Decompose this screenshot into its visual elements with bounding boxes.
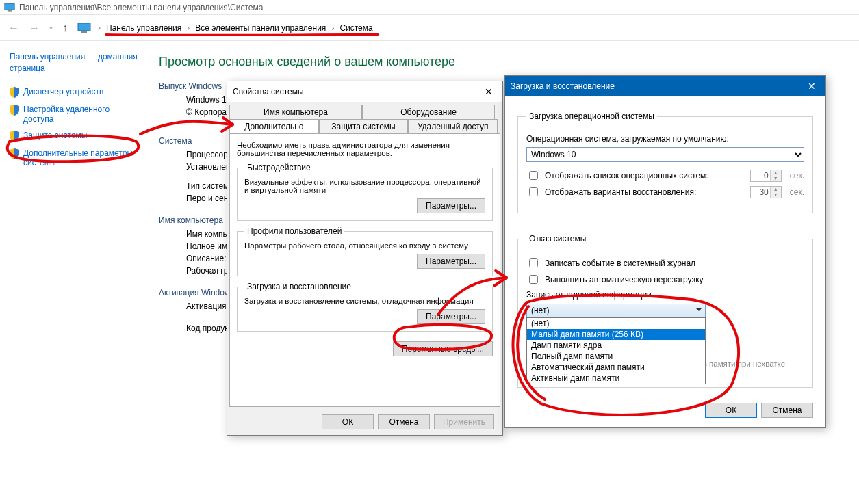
- tab-strip: Имя компьютера Оборудование Дополнительн…: [227, 102, 502, 133]
- spin-up-icon[interactable]: ▲: [770, 187, 781, 192]
- ok-button[interactable]: ОК: [322, 414, 374, 429]
- chevron-right-icon: ›: [331, 23, 334, 33]
- group-system-failure: Отказ системы Записать событие в системн…: [517, 234, 813, 388]
- page-title: Просмотр основных сведений о вашем компь…: [159, 55, 852, 69]
- group-desc: Параметры рабочего стола, относящиеся ко…: [244, 241, 485, 250]
- cancel-button[interactable]: Отмена: [761, 403, 813, 418]
- close-icon[interactable]: ✕: [480, 85, 497, 98]
- dump-option[interactable]: Полный дамп памяти: [527, 351, 705, 362]
- recovery-seconds-spinner[interactable]: ▲▼: [750, 186, 782, 198]
- performance-settings-button[interactable]: Параметры...: [417, 198, 485, 213]
- location-icon: [77, 23, 91, 34]
- spin-up-icon[interactable]: ▲: [770, 170, 781, 176]
- ok-button[interactable]: ОК: [705, 403, 757, 418]
- sidebar-item-device-manager[interactable]: Диспетчер устройств: [10, 87, 141, 98]
- sidebar-item-label: Настройка удаленного доступа: [23, 105, 141, 124]
- group-legend: Загрузка операционной системы: [526, 111, 657, 121]
- dump-option[interactable]: Активный дамп памяти: [527, 373, 705, 384]
- sidebar-home-link[interactable]: Панель управления — домашняя страница: [10, 51, 141, 75]
- shield-icon: [10, 87, 19, 98]
- group-performance: Быстродействие Визуальные эффекты, испол…: [237, 163, 493, 221]
- show-recovery-checkbox[interactable]: [529, 187, 538, 196]
- dialog-buttons: ОК Отмена Применить: [227, 409, 502, 435]
- write-event-checkbox[interactable]: [529, 258, 538, 267]
- dialog-titlebar[interactable]: Загрузка и восстановление ✕: [505, 76, 825, 96]
- sidebar-item-remote[interactable]: Настройка удаленного доступа: [10, 105, 141, 124]
- dump-option[interactable]: (нет): [527, 318, 705, 329]
- sidebar-item-advanced[interactable]: Дополнительные параметры системы: [10, 148, 141, 168]
- nav-up-icon[interactable]: ↑: [60, 21, 70, 36]
- sidebar-item-label: Защита системы: [23, 131, 87, 140]
- group-legend: Загрузка и восстановление: [244, 282, 354, 291]
- dump-type-options-list: (нет) Малый дамп памяти (256 КВ) Дамп па…: [526, 317, 706, 384]
- tab-system-protection[interactable]: Защита системы: [319, 119, 409, 133]
- dump-option[interactable]: Малый дамп памяти (256 КВ): [527, 329, 705, 340]
- shield-icon: [10, 105, 19, 116]
- seconds-unit: сек.: [790, 171, 804, 181]
- svg-rect-3: [81, 31, 87, 33]
- env-vars-button[interactable]: Переменные среды...: [393, 341, 493, 356]
- breadcrumb-seg-1[interactable]: Панель управления: [106, 23, 181, 33]
- tab-panel-advanced: Необходимо иметь права администратора дл…: [229, 133, 500, 407]
- dump-info-label: Запись отладочной информации: [526, 290, 804, 300]
- dump-type-dropdown[interactable]: (нет) (нет) Малый дамп памяти (256 КВ) Д…: [526, 304, 706, 317]
- sidebar-item-label: Диспетчер устройств: [23, 87, 103, 96]
- dialog-buttons: ОК Отмена: [517, 393, 813, 418]
- sidebar: Панель управления — домашняя страница Ди…: [0, 41, 151, 185]
- dump-option[interactable]: Дамп памяти ядра: [527, 340, 705, 351]
- spin-down-icon[interactable]: ▼: [770, 176, 781, 181]
- show-os-list-checkbox[interactable]: [529, 171, 538, 180]
- spin-down-icon[interactable]: ▼: [770, 192, 781, 198]
- close-icon[interactable]: ✕: [804, 79, 820, 93]
- group-legend: Быстродействие: [244, 163, 313, 172]
- dialog-startup-recovery: Загрузка и восстановление ✕ Загрузка опе…: [504, 75, 826, 428]
- tab-computer-name[interactable]: Имя компьютера: [229, 105, 362, 119]
- shield-icon: [10, 131, 19, 142]
- default-os-label: Операционная система, загружаемая по умо…: [526, 134, 729, 144]
- dialog-title: Загрузка и восстановление: [511, 81, 615, 91]
- group-startup-recovery: Загрузка и восстановление Загрузка и вос…: [237, 282, 493, 332]
- cancel-button[interactable]: Отмена: [378, 414, 430, 429]
- nav-row: ← → ▾ ↑ › Панель управления › Все элемен…: [0, 15, 859, 41]
- sidebar-item-label: Дополнительные параметры системы: [23, 148, 141, 168]
- apply-button[interactable]: Применить: [434, 414, 494, 429]
- sidebar-item-protection[interactable]: Защита системы: [10, 131, 141, 142]
- breadcrumb-seg-3[interactable]: Система: [339, 23, 372, 33]
- group-desc: Загрузка и восстановление системы, отлад…: [244, 297, 485, 305]
- dialog-titlebar[interactable]: Свойства системы ✕: [227, 81, 502, 102]
- svg-rect-1: [8, 10, 12, 12]
- group-legend: Профили пользователей: [244, 226, 344, 236]
- admin-note: Необходимо иметь права администратора дл…: [237, 141, 493, 157]
- tab-remote[interactable]: Удаленный доступ: [408, 119, 498, 133]
- nav-back-icon[interactable]: ←: [5, 21, 22, 36]
- recovery-seconds-value[interactable]: [751, 187, 770, 198]
- group-legend: Отказ системы: [526, 234, 589, 243]
- breadcrumb[interactable]: › Панель управления › Все элементы панел…: [77, 23, 373, 34]
- svg-rect-0: [5, 3, 14, 10]
- dump-option[interactable]: Автоматический дамп памяти: [527, 362, 705, 373]
- window-title: Панель управления\Все элементы панели уп…: [19, 3, 263, 12]
- breadcrumb-seg-2[interactable]: Все элементы панели управления: [195, 23, 326, 33]
- group-os-boot: Загрузка операционной системы Операционн…: [517, 111, 813, 213]
- dump-type-selected[interactable]: (нет): [526, 304, 706, 317]
- os-list-seconds-spinner[interactable]: ▲▼: [750, 170, 782, 182]
- write-event-label: Записать событие в системный журнал: [545, 258, 695, 268]
- os-list-seconds-value[interactable]: [751, 170, 770, 181]
- tab-hardware[interactable]: Оборудование: [362, 105, 495, 119]
- startup-settings-button[interactable]: Параметры...: [417, 309, 485, 324]
- auto-restart-checkbox[interactable]: [529, 275, 538, 284]
- control-panel-icon: [4, 3, 15, 12]
- dialog-system-properties: Свойства системы ✕ Имя компьютера Оборуд…: [227, 81, 503, 436]
- show-recovery-label: Отображать варианты восстановления:: [545, 187, 746, 197]
- nav-recent-icon[interactable]: ▾: [47, 23, 55, 33]
- auto-restart-label: Выполнить автоматическую перезагрузку: [545, 275, 704, 284]
- seconds-unit: сек.: [790, 187, 804, 197]
- nav-forward-icon[interactable]: →: [26, 21, 42, 36]
- profiles-settings-button[interactable]: Параметры...: [417, 254, 485, 269]
- dialog-title: Свойства системы: [233, 87, 304, 96]
- chevron-right-icon: ›: [187, 23, 190, 33]
- tab-advanced[interactable]: Дополнительно: [229, 119, 319, 133]
- show-os-list-label: Отображать список операционных систем:: [545, 171, 746, 181]
- chevron-right-icon: ›: [98, 23, 101, 33]
- default-os-select[interactable]: Windows 10: [526, 147, 804, 162]
